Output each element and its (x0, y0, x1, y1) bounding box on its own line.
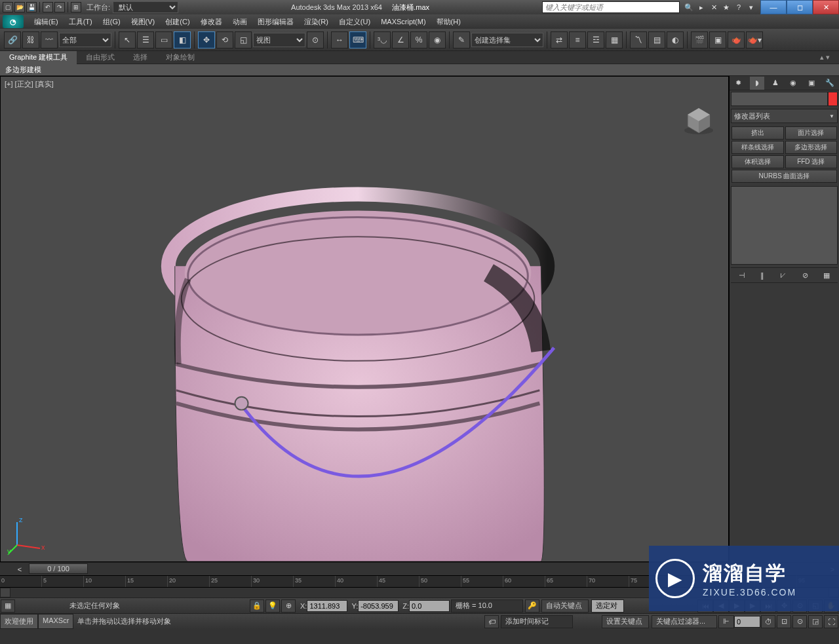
menu-edit[interactable]: 编辑(E) (29, 14, 64, 29)
mod-btn-poly-select[interactable]: 多边形选择 (785, 141, 838, 154)
y-input[interactable] (358, 600, 399, 612)
scale-icon[interactable]: ◱ (235, 31, 252, 48)
material-editor-icon[interactable]: ◐ (667, 31, 684, 48)
key-filters-button[interactable]: 关键点过滤器... (652, 615, 717, 628)
selected-label[interactable]: 选定对 (591, 599, 624, 613)
mod-btn-spline-select[interactable]: 样条线选择 (732, 141, 784, 154)
mod-btn-nurbs-select[interactable]: NURBS 曲面选择 (732, 170, 837, 183)
mod-btn-vol-select[interactable]: 体积选择 (732, 155, 784, 168)
mirror-icon[interactable]: ⇄ (551, 31, 568, 48)
time-tag-key-icon[interactable]: 🔑 (525, 599, 539, 613)
time-slider[interactable]: 0 / 100 (29, 563, 88, 574)
render-production-icon[interactable]: 🫖 (728, 31, 745, 48)
menu-tools[interactable]: 工具(T) (64, 14, 98, 29)
render-iterative-icon[interactable]: 🫖▾ (746, 31, 763, 48)
open-icon[interactable]: 📂 (14, 2, 25, 12)
menu-group[interactable]: 组(G) (98, 14, 126, 29)
nav-7-icon[interactable]: ◲ (808, 615, 823, 628)
welcome-tab[interactable]: 欢迎使用 (0, 614, 38, 629)
menu-views[interactable]: 视图(V) (126, 14, 161, 29)
pivot-center-icon[interactable]: ⊙ (307, 31, 324, 48)
select-by-name-icon[interactable]: ☰ (137, 31, 154, 48)
create-tab-icon[interactable]: ✹ (732, 77, 746, 90)
bind-spacewarp-icon[interactable]: 〰 (41, 31, 58, 48)
manipulate-icon[interactable]: ↔ (331, 31, 348, 48)
help-icon[interactable]: ? (733, 2, 744, 12)
select-object-icon[interactable]: ↖ (119, 31, 136, 48)
unlink-icon[interactable]: ⛓ (22, 31, 39, 48)
dropdown-icon[interactable]: ▾ (746, 2, 756, 12)
project-icon[interactable]: ⊞ (71, 2, 81, 12)
maximize-button[interactable]: ◻ (787, 0, 813, 14)
angle-snap-icon[interactable]: ∠ (392, 31, 409, 48)
curve-editor-icon[interactable]: 〽 (630, 31, 647, 48)
maxscript-mini-icon[interactable]: ▦ (1, 599, 15, 613)
current-frame-input[interactable] (734, 616, 760, 628)
undo-icon[interactable]: ↶ (43, 2, 53, 12)
minimize-button[interactable]: — (760, 0, 787, 14)
ribbon-tab-graphite[interactable]: Graphite 建模工具 (0, 51, 77, 64)
absolute-mode-icon[interactable]: ⊕ (281, 599, 296, 613)
utilities-tab-icon[interactable]: 🔧 (823, 77, 837, 90)
ribbon-expand-icon[interactable]: ▴ ▾ (811, 51, 839, 64)
make-unique-icon[interactable]: ⩗ (779, 271, 787, 279)
named-selection-set-select[interactable]: 创建选择集 (471, 33, 543, 47)
selection-filter-select[interactable]: 全部 (59, 33, 111, 47)
add-time-tag-button[interactable]: 添加时间标记 (501, 615, 573, 628)
isolate-icon[interactable]: 💡 (265, 599, 280, 613)
auto-key-button[interactable]: 自动关键点 (541, 599, 589, 613)
object-name-input[interactable] (731, 92, 828, 106)
modify-tab-icon[interactable]: ◗ (750, 77, 764, 90)
menu-animation[interactable]: 动画 (227, 14, 252, 29)
layers-icon[interactable]: ☲ (587, 31, 604, 48)
scroll-left-icon[interactable] (0, 588, 10, 597)
menu-graph-editors[interactable]: 图形编辑器 (252, 14, 299, 29)
binoculars-icon[interactable]: 🔍 (684, 2, 694, 12)
ribbon-tab-selection[interactable]: 选择 (124, 51, 157, 64)
window-crossing-toggle-icon[interactable]: ◧ (174, 31, 191, 48)
z-input[interactable] (409, 600, 450, 612)
menu-rendering[interactable]: 渲染(R) (299, 14, 334, 29)
schematic-view-icon[interactable]: ▤ (648, 31, 665, 48)
timeline-lock-icon[interactable]: < (13, 565, 26, 573)
new-icon[interactable]: ▢ (3, 2, 13, 12)
modifier-stack[interactable] (731, 186, 838, 265)
menu-modifiers[interactable]: 修改器 (195, 14, 227, 29)
hierarchy-tab-icon[interactable]: ♟ (768, 77, 783, 90)
select-region-rect-icon[interactable]: ▭ (155, 31, 172, 48)
rendered-frame-icon[interactable]: ▣ (709, 31, 726, 48)
redo-icon[interactable]: ↷ (54, 2, 65, 12)
pin-stack-icon[interactable]: ⊣ (739, 271, 745, 280)
time-config-icon[interactable]: ⏱ (761, 615, 775, 628)
mod-btn-extrude[interactable]: 挤出 (732, 126, 784, 140)
save-icon[interactable]: 💾 (26, 2, 37, 12)
ribbon-tab-freeform[interactable]: 自由形式 (77, 51, 124, 64)
x-input[interactable] (307, 600, 347, 612)
key-mode-icon[interactable]: ⊩ (718, 615, 734, 628)
nav-6-icon[interactable]: ⊙ (792, 615, 807, 628)
move-icon[interactable]: ✥ (198, 31, 215, 48)
nav-5-icon[interactable]: ⊡ (777, 615, 791, 628)
snap-toggle-icon[interactable]: ³◡ (374, 31, 391, 48)
ref-coord-select[interactable]: 视图 (253, 33, 305, 47)
motion-tab-icon[interactable]: ◉ (786, 77, 800, 90)
key-icon[interactable]: ▸ (696, 2, 707, 12)
layer-manager-icon[interactable]: ▦ (606, 31, 623, 48)
rotate-icon[interactable]: ⟲ (216, 31, 233, 48)
keyboard-shortcut-icon[interactable]: ⌨ (349, 31, 366, 48)
show-end-result-icon[interactable]: ‖ (760, 271, 764, 280)
maxscript-tab[interactable]: MAXScr (38, 614, 73, 629)
set-key-button[interactable]: 设置关键点 (602, 615, 649, 628)
configure-sets-icon[interactable]: ▦ (823, 271, 830, 280)
search-input[interactable] (542, 1, 680, 13)
mod-btn-ffd-select[interactable]: FFD 选择 (785, 155, 838, 168)
spinner-snap-icon[interactable]: ◉ (429, 31, 446, 48)
selection-lock-icon[interactable]: 🔒 (250, 599, 264, 613)
modifier-list-dropdown[interactable]: 修改器列表 (731, 109, 838, 123)
exchange-icon[interactable]: ✕ (709, 2, 719, 12)
render-setup-icon[interactable]: 🎬 (691, 31, 708, 48)
menu-create[interactable]: 创建(C) (160, 14, 195, 29)
percent-snap-icon[interactable]: % (410, 31, 427, 48)
time-tag-icon[interactable]: 🏷 (484, 615, 499, 628)
menu-maxscript[interactable]: MAXScript(M) (376, 14, 431, 29)
